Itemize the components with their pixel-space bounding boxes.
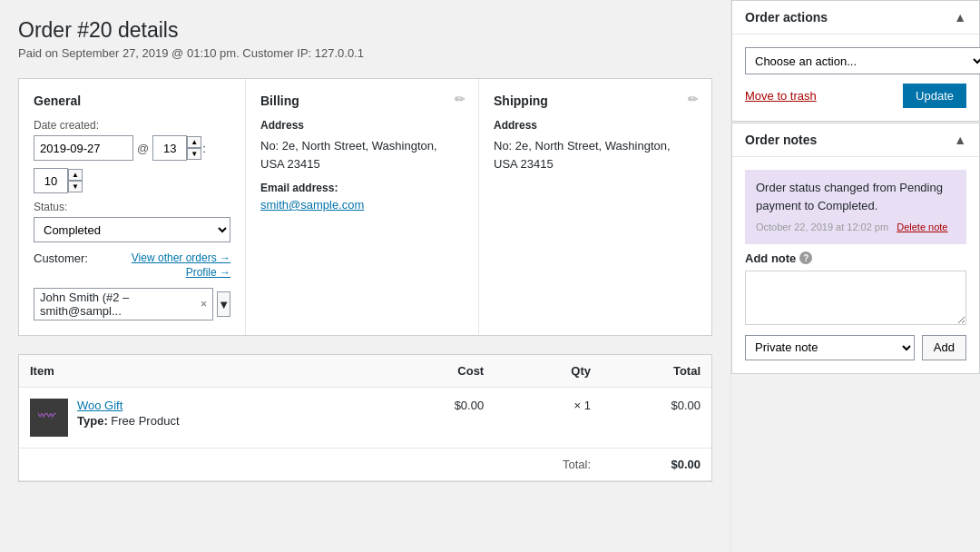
update-btn[interactable]: Update xyxy=(903,84,966,108)
add-note-help-icon[interactable]: ? xyxy=(799,251,812,264)
view-orders-link[interactable]: View other orders → xyxy=(132,251,230,264)
page-title: Order #20 details xyxy=(18,18,712,43)
billing-address-label: Address xyxy=(260,119,464,132)
totals-row: Total: $0.00 xyxy=(19,448,711,481)
order-actions-header: Order actions ▲ xyxy=(732,1,979,34)
profile-link[interactable]: Profile → xyxy=(186,266,230,279)
shipping-address-label: Address xyxy=(494,119,697,132)
date-label: Date created: xyxy=(34,119,230,132)
general-section: General Date created: @ ▲ ▼ : xyxy=(19,79,246,335)
move-to-trash-link[interactable]: Move to trash xyxy=(745,89,817,103)
col-item: Item xyxy=(19,355,385,388)
note-bubble: Order status changed from Pending paymen… xyxy=(745,170,966,244)
status-select[interactable]: Pending payment Processing On hold Compl… xyxy=(34,217,230,242)
add-note-label: Add note xyxy=(745,251,796,265)
item-cost: $0.00 xyxy=(385,388,495,448)
general-header: General xyxy=(34,94,230,108)
add-note-btn[interactable]: Add xyxy=(922,335,966,360)
note-text: Order status changed from Pending paymen… xyxy=(756,181,943,212)
item-total: $0.00 xyxy=(602,388,711,448)
svg-rect-0 xyxy=(36,409,62,427)
hour-down-btn[interactable]: ▼ xyxy=(187,148,201,160)
minute-up-btn[interactable]: ▲ xyxy=(68,169,83,181)
minute-down-btn[interactable]: ▼ xyxy=(68,181,83,192)
order-actions-body: Choose an action... Email invoice / orde… xyxy=(732,34,979,121)
item-thumbnail xyxy=(30,399,68,437)
item-type: Type: Free Product xyxy=(77,414,180,428)
action-select[interactable]: Choose an action... Email invoice / orde… xyxy=(745,47,980,74)
note-timestamp: October 22, 2019 at 12:02 pm xyxy=(756,222,888,232)
col-qty: Qty xyxy=(495,355,602,388)
total-value: $0.00 xyxy=(602,448,711,481)
order-notes-panel: Order notes ▲ Order status changed from … xyxy=(731,123,980,374)
shipping-edit-icon[interactable]: ✏ xyxy=(688,92,699,106)
customer-tag: John Smith (#2 – smith@sampl... × xyxy=(34,288,213,320)
item-type-label: Type: xyxy=(77,414,108,428)
status-label: Status: xyxy=(34,201,230,213)
sidebar: Order actions ▲ Choose an action... Emai… xyxy=(730,0,980,552)
billing-edit-icon[interactable]: ✏ xyxy=(455,92,466,106)
item-type-value: Free Product xyxy=(111,414,179,428)
order-notes-title: Order notes xyxy=(745,133,817,147)
order-actions-toggle[interactable]: ▲ xyxy=(954,10,966,25)
customer-tag-text: John Smith (#2 – smith@sampl... xyxy=(40,291,197,318)
item-name-link[interactable]: Woo Gift xyxy=(77,399,180,412)
customer-remove-btn[interactable]: × xyxy=(201,298,207,310)
shipping-header: Shipping xyxy=(494,94,697,108)
billing-header: Billing xyxy=(260,94,464,108)
order-actions-panel: Order actions ▲ Choose an action... Emai… xyxy=(731,0,980,122)
order-notes-header: Order notes ▲ xyxy=(732,123,979,157)
delete-note-link[interactable]: Delete note xyxy=(897,222,947,232)
hour-input[interactable] xyxy=(152,135,187,161)
add-note-label-wrapper: Add note ? xyxy=(745,251,966,265)
order-notes-toggle[interactable]: ▲ xyxy=(954,133,966,147)
total-label: Total: xyxy=(495,448,602,481)
billing-address-text: No: 2e, North Street, Washington, USA 23… xyxy=(260,137,464,172)
date-input[interactable] xyxy=(34,135,133,161)
page-subtitle: Paid on September 27, 2019 @ 01:10 pm. C… xyxy=(18,46,712,60)
billing-email-link[interactable]: smith@sample.com xyxy=(260,198,364,212)
customer-dropdown-btn[interactable]: ▼ xyxy=(217,291,230,317)
customer-label: Customer: xyxy=(34,251,88,265)
billing-section: ✏ Billing Address No: 2e, North Street, … xyxy=(246,79,479,335)
billing-email-label: Email address: xyxy=(260,182,464,194)
col-cost: Cost xyxy=(385,355,495,388)
items-section: Item Cost Qty Total xyxy=(18,354,712,482)
hour-up-btn[interactable]: ▲ xyxy=(187,136,201,148)
order-notes-body: Order status changed from Pending paymen… xyxy=(732,157,979,373)
note-type-select[interactable]: Private note Note to customer xyxy=(745,335,915,360)
order-actions-title: Order actions xyxy=(745,10,828,25)
shipping-address-text: No: 2e, North Street, Washington, USA 23… xyxy=(494,137,697,172)
item-qty: × 1 xyxy=(495,388,602,448)
minute-input[interactable] xyxy=(34,168,68,193)
table-row: Woo Gift Type: Free Product $0.00 × 1 $0… xyxy=(19,388,711,448)
note-textarea[interactable] xyxy=(745,271,966,325)
colon: : xyxy=(202,142,206,155)
shipping-section: ✏ Shipping Address No: 2e, North Street,… xyxy=(479,79,711,335)
at-label: @ xyxy=(137,142,149,155)
col-total: Total xyxy=(602,355,711,388)
